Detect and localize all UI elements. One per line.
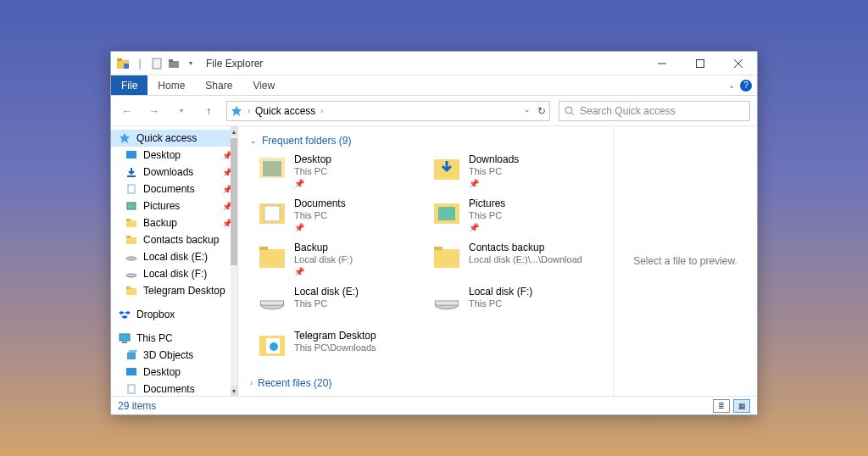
svg-rect-49 [435, 301, 458, 305]
item-name: Backup [294, 242, 353, 254]
item-count: 29 items [118, 400, 156, 412]
status-bar: 29 items ≣ ▦ [111, 396, 757, 414]
folder-item[interactable]: Pictures This PC 📌 [431, 197, 601, 238]
nav-quick-access[interactable]: Quick access [111, 130, 237, 147]
downloads-icon [125, 165, 138, 179]
folder-item[interactable]: Desktop This PC 📌 [257, 153, 426, 194]
downloads-icon [431, 153, 462, 184]
nav-item-local-disk-e-[interactable]: Local disk (E:) [111, 248, 237, 265]
quick-access-star-icon [231, 105, 242, 117]
file-explorer-window: | ▾ File Explorer File Home Share View ⌄… [110, 51, 758, 415]
folder-item[interactable]: Local disk (E:) This PC [257, 286, 426, 326]
svg-marker-26 [119, 311, 125, 314]
scroll-down-icon[interactable]: ▼ [231, 386, 237, 396]
breadcrumb-quick-access[interactable]: Quick access [255, 105, 315, 117]
folder-icon [125, 284, 138, 298]
svg-rect-36 [259, 158, 285, 178]
group-label: Recent files (20) [258, 377, 331, 389]
nav-item-local-disk-f-[interactable]: Local disk (F:) [111, 265, 237, 282]
folder-icon [125, 233, 138, 247]
explorer-icon [116, 57, 130, 70]
caret-right-icon: › [250, 379, 253, 387]
nav-item-downloads[interactable]: Downloads 📌 [111, 164, 237, 181]
folder-icon [125, 216, 138, 230]
qat-separator: | [133, 57, 147, 70]
drive-icon [431, 286, 462, 316]
details-view-button[interactable]: ≣ [713, 399, 730, 413]
ribbon-tab-file[interactable]: File [111, 75, 147, 95]
group-frequent-folders[interactable]: ⌄ Frequent folders (9) [250, 135, 601, 147]
navigation-pane: Quick access Desktop 📌 Downloads 📌 Docum… [111, 126, 238, 396]
folder-item[interactable]: Telegram Desktop This PC\Downloads [257, 330, 426, 370]
scroll-up-icon[interactable]: ▲ [231, 126, 237, 136]
svg-rect-41 [438, 207, 455, 220]
nav-item-desktop[interactable]: Desktop [111, 364, 237, 381]
nav-item-documents[interactable]: Documents 📌 [111, 181, 237, 197]
properties-icon[interactable] [150, 57, 164, 70]
svg-rect-24 [126, 288, 136, 295]
recent-locations-button[interactable]: ▾ [172, 102, 191, 120]
up-button[interactable]: ↑ [199, 102, 218, 120]
address-dropdown-icon[interactable]: ⌄ [524, 105, 531, 117]
nav-item-desktop[interactable]: Desktop 📌 [111, 147, 237, 164]
nav-label: Documents [143, 383, 195, 395]
ribbon-tab-home[interactable]: Home [147, 75, 195, 95]
svg-rect-17 [127, 203, 136, 209]
breadcrumb-separator[interactable]: › [248, 107, 250, 115]
back-button[interactable]: ← [118, 102, 136, 120]
folder-item[interactable]: Documents This PC 📌 [257, 197, 426, 238]
address-bar[interactable]: › Quick access › ⌄ ↻ [226, 101, 550, 121]
nav-label: This PC [136, 332, 173, 344]
svg-rect-42 [259, 249, 285, 268]
pictures-icon [125, 199, 138, 213]
folder-item[interactable]: Downloads This PC 📌 [431, 153, 601, 194]
breadcrumb-separator[interactable]: › [320, 107, 323, 115]
svg-marker-32 [127, 350, 137, 353]
folder-item[interactable]: Local disk (F:) This PC [431, 286, 601, 326]
close-button[interactable] [719, 52, 757, 75]
svg-rect-30 [122, 342, 127, 343]
minimize-button[interactable] [643, 52, 681, 75]
nav-item-3d-objects[interactable]: 3D Objects [111, 347, 237, 364]
nav-item-contacts-backup[interactable]: Contacts backup [111, 231, 237, 248]
qat-dropdown-icon[interactable]: ▾ [184, 57, 198, 70]
item-name: Telegram Desktop [294, 330, 376, 342]
nav-item-pictures[interactable]: Pictures 📌 [111, 197, 237, 214]
nav-scrollbar[interactable]: ▲ ▼ [231, 126, 237, 396]
dropbox-icon [118, 308, 131, 321]
item-name: Contacts backup [469, 242, 582, 254]
maximize-button[interactable] [681, 52, 719, 75]
search-box[interactable]: Search Quick access [559, 101, 750, 121]
new-folder-icon[interactable] [167, 57, 181, 70]
drive-icon [125, 267, 138, 281]
svg-rect-25 [126, 286, 131, 289]
svg-rect-4 [169, 61, 179, 68]
nav-dropbox[interactable]: Dropbox [111, 306, 237, 323]
navigation-row: ← → ▾ ↑ › Quick access › ⌄ ↻ Search Quic… [111, 96, 757, 126]
pin-icon: 📌 [294, 223, 346, 234]
pin-icon: 📌 [469, 223, 505, 234]
nav-label: Documents [143, 183, 195, 195]
scroll-thumb[interactable] [231, 138, 237, 265]
nav-this-pc[interactable]: This PC [111, 330, 237, 347]
nav-item-telegram-desktop[interactable]: Telegram Desktop [111, 282, 237, 299]
folder-item[interactable]: Contacts backup Local disk (E:)\...\Down… [431, 242, 601, 282]
nav-label: Backup [143, 217, 177, 229]
nav-item-documents[interactable]: Documents [111, 381, 237, 396]
folder-item[interactable]: Backup Local disk (F:) 📌 [257, 242, 426, 282]
ribbon-tab-share[interactable]: Share [195, 75, 242, 95]
refresh-icon[interactable]: ↻ [537, 105, 546, 117]
help-icon[interactable]: ? [740, 80, 752, 92]
svg-rect-5 [169, 59, 173, 62]
svg-rect-16 [128, 185, 135, 193]
group-recent-files[interactable]: › Recent files (20) [250, 377, 601, 389]
ribbon-tab-view[interactable]: View [242, 75, 285, 95]
ribbon-collapse-icon[interactable]: ⌄ [728, 81, 735, 90]
large-icons-view-button[interactable]: ▦ [733, 399, 750, 413]
pin-icon: 📌 [294, 267, 353, 278]
nav-label: Quick access [136, 132, 197, 144]
telegram-icon [257, 330, 287, 360]
forward-button[interactable]: → [145, 102, 164, 120]
nav-item-backup[interactable]: Backup 📌 [111, 214, 237, 231]
item-name: Local disk (F:) [469, 286, 532, 298]
